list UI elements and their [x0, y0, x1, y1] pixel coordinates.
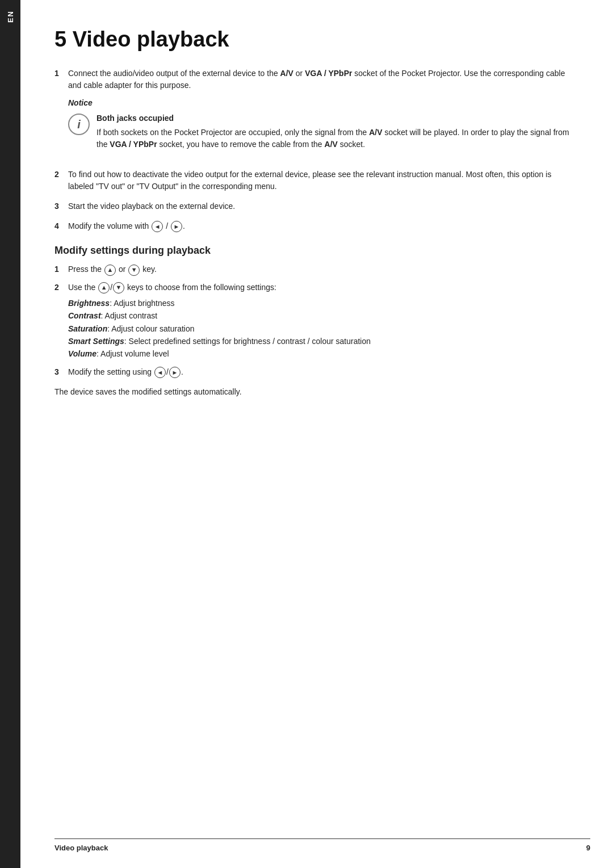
footer-title: Video playback: [54, 844, 108, 852]
footer-page-number: 9: [586, 844, 590, 852]
settings-list: Brightness: Adjust brightness Contrast: …: [68, 297, 579, 360]
step-number: 1: [54, 263, 68, 275]
setting-saturation: Saturation: Adjust colour saturation: [68, 322, 579, 335]
page-footer: Video playback 9: [54, 838, 590, 852]
en-label: EN: [6, 10, 15, 23]
page-title: 5 Video playback: [54, 27, 579, 52]
down-arrow-button-2: ▼: [113, 282, 124, 293]
sub-steps-list: 1 Press the ▲ or ▼ key. 2 Use the ▲/▼ ke…: [54, 263, 579, 378]
list-item: 1 Press the ▲ or ▼ key.: [54, 263, 579, 275]
notice-box: i Both jacks occupied If both sockets on…: [68, 112, 579, 150]
step4-text: Modify the volume with ◄ / ►.: [68, 221, 185, 230]
notice-title: Both jacks occupied: [96, 112, 579, 124]
step1-content: Connect the audio/video output of the ex…: [68, 68, 579, 161]
main-steps-list: 1 Connect the audio/video output of the …: [54, 68, 579, 232]
step1-text: Connect the audio/video output of the ex…: [68, 69, 565, 90]
step-number: 1: [54, 68, 68, 79]
subsection-modify-settings: Modify settings during playback 1 Press …: [54, 245, 579, 398]
left-arrow-button-2: ◄: [154, 367, 166, 378]
list-item: 4 Modify the volume with ◄ / ►.: [54, 220, 579, 232]
step-number: 2: [54, 169, 68, 181]
notice-content: Both jacks occupied If both sockets on t…: [96, 112, 579, 150]
notice-label: Notice: [68, 97, 579, 109]
notice-body: If both sockets on the Pocket Projector …: [96, 128, 569, 149]
setting-smart: Smart Settings: Select predefined settin…: [68, 335, 579, 347]
en-tab: EN: [0, 0, 20, 868]
sub-step2-text: Use the ▲/▼ keys to choose from the foll…: [68, 283, 276, 292]
sub-step2-content: Use the ▲/▼ keys to choose from the foll…: [68, 282, 579, 360]
setting-brightness: Brightness: Adjust brightness: [68, 297, 579, 309]
sub-step1-text: Press the ▲ or ▼ key.: [68, 265, 157, 274]
sub-step1-content: Press the ▲ or ▼ key.: [68, 263, 579, 275]
up-arrow-button: ▲: [104, 265, 116, 276]
down-arrow-button: ▼: [128, 265, 140, 276]
step3-text: Start the video playback on the external…: [68, 202, 235, 211]
main-content: 5 Video playback 1 Connect the audio/vid…: [20, 0, 613, 868]
step-number: 3: [54, 200, 68, 212]
setting-contrast: Contrast: Adjust contrast: [68, 309, 579, 322]
left-arrow-button: ◄: [152, 221, 163, 232]
notice-block: Notice i Both jacks occupied If both soc…: [68, 97, 579, 150]
right-arrow-button-2: ►: [169, 367, 180, 378]
setting-volume: Volume: Adjust volume level: [68, 347, 579, 360]
sub-step3-content: Modify the setting using ◄/►.: [68, 366, 579, 378]
page-wrapper: EN 5 Video playback 1 Connect the audio/…: [0, 0, 613, 868]
subsection-title: Modify settings during playback: [54, 245, 579, 257]
auto-save-text: The device saves the modified settings a…: [54, 386, 579, 398]
list-item: 3 Start the video playback on the extern…: [54, 200, 579, 212]
sub-step3-text: Modify the setting using ◄/►.: [68, 367, 183, 376]
step-number: 4: [54, 220, 68, 232]
info-icon: i: [68, 114, 90, 135]
step4-content: Modify the volume with ◄ / ►.: [68, 220, 579, 232]
step2-text: To find out how to deactivate the video …: [68, 170, 551, 191]
list-item: 3 Modify the setting using ◄/►.: [54, 366, 579, 378]
right-arrow-button: ►: [171, 221, 182, 232]
list-item: 1 Connect the audio/video output of the …: [54, 68, 579, 161]
step2-content: To find out how to deactivate the video …: [68, 169, 579, 192]
step3-content: Start the video playback on the external…: [68, 200, 579, 212]
up-arrow-button-2: ▲: [98, 282, 110, 293]
list-item: 2 Use the ▲/▼ keys to choose from the fo…: [54, 282, 579, 360]
step-number: 2: [54, 282, 68, 293]
step-number: 3: [54, 366, 68, 378]
info-icon-text: i: [77, 119, 81, 130]
list-item: 2 To find out how to deactivate the vide…: [54, 169, 579, 192]
